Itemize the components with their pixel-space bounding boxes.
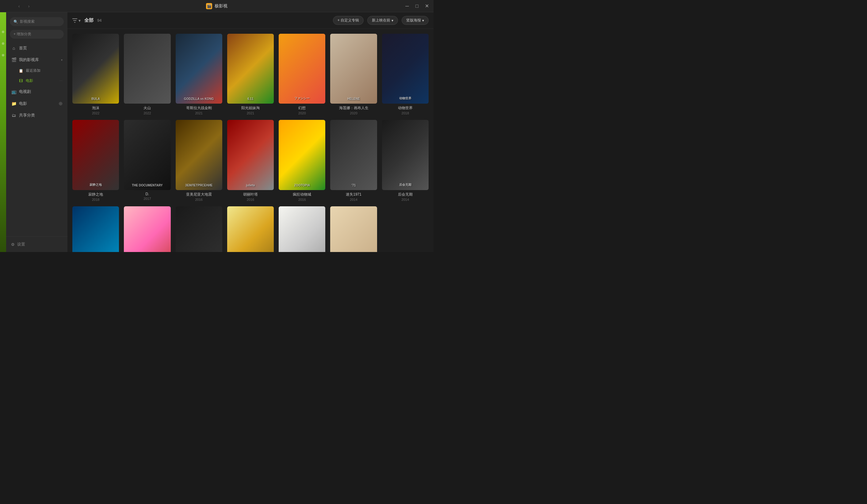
movie-title: 幻想 bbox=[279, 106, 325, 111]
sort-dropdown-button[interactable]: 新上映在前 ▾ bbox=[367, 16, 398, 25]
filter-icon[interactable]: ▾ bbox=[72, 18, 81, 23]
accent-bar bbox=[0, 12, 6, 252]
movie-info: 动物世界2018 bbox=[382, 106, 429, 115]
sidebar-item-my-library[interactable]: 🎬 我的影视库 ▾ bbox=[6, 54, 67, 66]
back-button[interactable]: ‹ bbox=[15, 2, 23, 10]
movie-card[interactable]: '71迷失19712014 bbox=[330, 120, 377, 201]
accent-dot bbox=[2, 54, 4, 56]
add-category-label: + 增加分类 bbox=[13, 32, 31, 37]
movie-info: D.2017 bbox=[124, 192, 170, 201]
view-arrow-icon: ▾ bbox=[422, 18, 424, 23]
search-icon: 🔍 bbox=[13, 20, 18, 24]
movie-poster: la libertad bbox=[330, 206, 377, 252]
movie-card[interactable]: HELENE海莲娜：画布人生2020 bbox=[330, 34, 377, 115]
movie-poster-text: ファンシー bbox=[280, 96, 323, 100]
movie-card[interactable]: THE DOCUMENTARYD.2017 bbox=[124, 120, 170, 201]
movie-card[interactable]: 后会无期后会无期2014 bbox=[382, 120, 429, 201]
movie-year: 2014 bbox=[382, 198, 429, 201]
poster-view-button[interactable]: 竖版海报 ▾ bbox=[402, 16, 429, 25]
movie-poster-text: GODZILLA vs KONG bbox=[178, 97, 221, 100]
movie-poster-text: ZOOTOPIA bbox=[280, 184, 323, 187]
movie-poster-text: 动物世界 bbox=[384, 96, 427, 100]
movie-year: 2022 bbox=[72, 111, 119, 115]
sidebar-item-movies-active[interactable]: 🎞 电影 ⋯ bbox=[6, 76, 67, 86]
movie-poster: 6.11 bbox=[227, 34, 274, 104]
movie-card[interactable]: GODZILLA vs KONG哥斯拉大战金刚2021 bbox=[176, 34, 222, 115]
movie-card[interactable]: BULA泡沫2022 bbox=[72, 34, 119, 115]
movie-poster: julieta bbox=[227, 120, 274, 190]
sidebar-item-recent[interactable]: 📋 最近添加 bbox=[6, 66, 67, 76]
movie-year: 2020 bbox=[330, 111, 377, 115]
recent-icon: 📋 bbox=[18, 68, 23, 73]
movie-year: 2017 bbox=[124, 197, 170, 201]
sidebar-item-shared[interactable]: 🗂 共享分类 bbox=[6, 109, 67, 121]
folder-more-icon[interactable]: ⊕ bbox=[58, 100, 63, 106]
movie-poster: JOURNEY TO THE SOUTH PACIFIC bbox=[72, 206, 119, 252]
sidebar-item-movies-folder[interactable]: 📁 电影 ⊕ bbox=[6, 97, 67, 109]
movie-year: 2016 bbox=[279, 198, 325, 201]
main-layout: 🔍 影视搜索 + 增加分类 ⌂ 首页 🎬 我的影视库 ▾ 📋 最近添加 bbox=[0, 12, 434, 252]
custom-collection-button[interactable]: + 自定义专辑 bbox=[333, 16, 364, 25]
movie-card[interactable]: 3 idiots三傻大闹宝莱坞2009 bbox=[227, 206, 274, 252]
home-icon: ⌂ bbox=[11, 45, 17, 51]
movie-card[interactable]: JOURNEY TO THE SOUTH PACIFIC南太平洋之旅2013 bbox=[72, 206, 119, 252]
movie-year: 2018 bbox=[72, 198, 119, 201]
movie-card[interactable]: MY GIRLHOOD我的少女时代2015 bbox=[124, 206, 170, 252]
maximize-button[interactable]: □ bbox=[414, 3, 420, 9]
movie-poster: MY GIRLHOOD bbox=[124, 206, 170, 252]
close-button[interactable]: ✕ bbox=[424, 3, 430, 9]
sidebar-item-recent-label: 最近添加 bbox=[26, 68, 41, 73]
accent-dot bbox=[2, 42, 4, 45]
window-controls: ─ □ ✕ bbox=[404, 3, 430, 9]
movie-card[interactable]: 寂静之地寂静之地2018 bbox=[72, 120, 119, 201]
movies-more-icon[interactable]: ⋯ bbox=[60, 79, 63, 83]
movie-year: 2018 bbox=[382, 111, 429, 115]
movie-title: 泡沫 bbox=[72, 106, 119, 111]
movie-title: 寂静之地 bbox=[72, 192, 119, 197]
movie-card[interactable]: 动物世界动物世界2018 bbox=[382, 34, 429, 115]
movie-info: 哥斯拉大战金刚2021 bbox=[176, 106, 222, 115]
search-button[interactable]: 🔍 影视搜索 bbox=[10, 17, 64, 26]
content-filter-label: 全部 bbox=[84, 18, 94, 23]
minimize-button[interactable]: ─ bbox=[404, 3, 410, 9]
movie-info: 胡丽叶塔2016 bbox=[227, 192, 274, 201]
content-area: ▾ 全部 94 + 自定义专辑 新上映在前 ▾ 竖版海报 ▾ BU bbox=[67, 12, 434, 252]
movie-card[interactable]: la libertad自由2014 bbox=[330, 206, 377, 252]
forward-button[interactable]: › bbox=[25, 2, 32, 10]
movie-poster: '71 bbox=[330, 120, 377, 190]
sidebar-bottom: ⚙ 设置 bbox=[6, 236, 67, 252]
movie-title: 动物世界 bbox=[382, 106, 429, 111]
movie-card[interactable]: DOMINO ONE多米诺2019 bbox=[279, 206, 325, 252]
movie-card[interactable]: ZOOTOPIA疯狂动物城2016 bbox=[279, 120, 325, 201]
movie-title: 火山 bbox=[124, 106, 170, 111]
movie-title: 哥斯拉大战金刚 bbox=[176, 106, 222, 111]
movie-poster: DOMINO ONE bbox=[279, 206, 325, 252]
custom-collection-label: + 自定义专辑 bbox=[338, 18, 359, 23]
movie-poster: BURN bbox=[176, 206, 222, 252]
sidebar-item-tv[interactable]: 📺 电视剧 bbox=[6, 86, 67, 97]
movie-poster-text: '71 bbox=[332, 184, 375, 187]
movie-grid-container[interactable]: BULA泡沫2022火山2022GODZILLA vs KONG哥斯拉大战金刚2… bbox=[67, 29, 434, 252]
sidebar-item-home-label: 首页 bbox=[19, 45, 27, 51]
movie-card[interactable]: ファンシー幻想2020 bbox=[279, 34, 325, 115]
movie-poster: 动物世界 bbox=[382, 34, 429, 104]
content-count: 94 bbox=[97, 18, 101, 23]
movie-card[interactable]: 6.11阳光姐妹淘2021 bbox=[227, 34, 274, 115]
movie-card[interactable]: julieta胡丽叶塔2016 bbox=[227, 120, 274, 201]
movie-poster bbox=[124, 34, 170, 104]
movie-card[interactable]: 火山2022 bbox=[124, 34, 170, 115]
add-category-button[interactable]: + 增加分类 bbox=[10, 30, 64, 39]
movie-poster: 后会无期 bbox=[382, 120, 429, 190]
movie-year: 2021 bbox=[227, 111, 274, 115]
folder-icon: 📁 bbox=[11, 101, 17, 106]
app-title: 极影视 bbox=[215, 3, 227, 9]
movie-title: D. bbox=[124, 192, 170, 196]
movie-poster: 寂静之地 bbox=[72, 120, 119, 190]
sidebar-item-home[interactable]: ⌂ 首页 bbox=[6, 42, 67, 54]
movie-poster: 3 idiots bbox=[227, 206, 274, 252]
settings-button[interactable]: ⚙ 设置 bbox=[11, 240, 63, 248]
sort-label: 新上映在前 bbox=[372, 18, 390, 23]
movie-info: 迷失19712014 bbox=[330, 192, 377, 201]
movie-card[interactable]: ЗЕМЛЕТРЯСЕНИЕ亚美尼亚大地震2016 bbox=[176, 120, 222, 201]
movie-card[interactable]: BURN燃烧2013 bbox=[176, 206, 222, 252]
